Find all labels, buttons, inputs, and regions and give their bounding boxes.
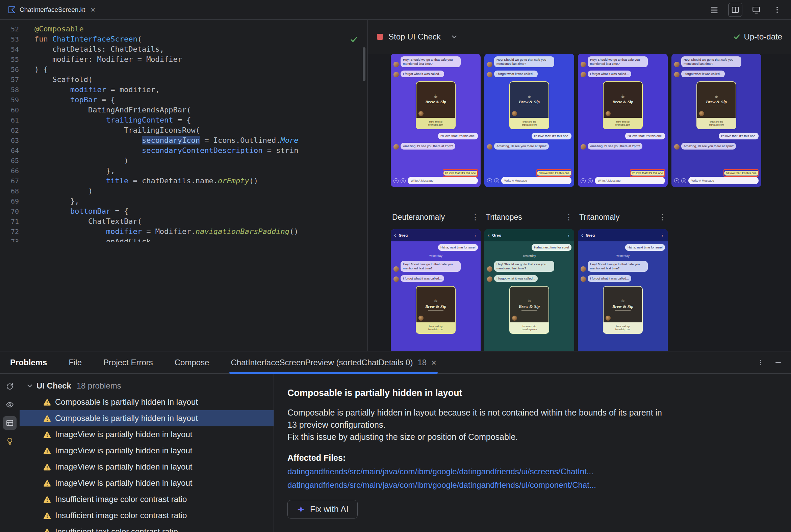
structure-icon[interactable] (707, 3, 721, 17)
problems-tab[interactable]: Compose (174, 352, 209, 373)
code-line[interactable]: 60 DatingAndFriendsAppBar( (0, 105, 367, 115)
code-line[interactable]: 61 trailingContent = { (0, 115, 367, 125)
code-text: modifier = modifier, (19, 85, 160, 95)
problem-item[interactable]: Composable is partially hidden in layout (20, 394, 274, 410)
affected-file-link[interactable]: datingandfriends/src/main/java/com/ibm/g… (288, 480, 777, 490)
avatar (393, 72, 399, 77)
lightbulb-icon[interactable] (3, 434, 17, 448)
code-editor[interactable]: 52@Composable53fun ChatInterfaceScreen(5… (0, 20, 368, 351)
card-line2: brew&sip.com (615, 124, 630, 126)
fix-with-ai-button[interactable]: Fix with AI (288, 500, 358, 518)
card-line2: brew&sip.com (615, 328, 630, 331)
chevron-down-icon[interactable] (451, 33, 458, 40)
code-line[interactable]: 68 ) (0, 186, 367, 196)
file-tab[interactable]: ChatInterfaceScreen.kt × (0, 0, 102, 19)
code-line[interactable]: 71 ChatTextBar( (0, 216, 367, 227)
close-tab-icon[interactable]: × (431, 358, 436, 367)
code-line[interactable]: 63 secondaryIcon = Icons.Outlined.More (0, 135, 367, 146)
code-line[interactable]: 56) { (0, 64, 367, 75)
preview-phone[interactable]: ‹Greg⋮Haha, next time for sure!Yesterday… (484, 229, 574, 351)
code-line[interactable]: 52@Composable (0, 24, 367, 34)
code-line[interactable]: 66 }, (0, 166, 367, 176)
layout-error-highlight: I'd love that! It's this one. (443, 169, 478, 177)
inspections-ok-icon[interactable] (350, 35, 358, 45)
code-line[interactable]: 65 ) (0, 156, 367, 166)
preview-phone[interactable]: Hey! Should we go to that cafe you menti… (484, 54, 574, 187)
preview-canvas[interactable]: Hey! Should we go to that cafe you menti… (368, 54, 791, 351)
code-line[interactable]: 54 chatDetails: ChatDetails, (0, 44, 367, 54)
code-line[interactable]: 55 modifier: Modifier = Modifier (0, 54, 367, 64)
card-line2: brew&sip.com (428, 124, 443, 126)
problems-tab[interactable]: ChatInterfaceScreenPreview (sortedChatDe… (231, 352, 436, 373)
line-number: 73 (0, 236, 19, 242)
more-options-icon[interactable]: ⋮ (471, 212, 479, 222)
code-line[interactable]: 57 Scaffold( (0, 75, 367, 85)
editor-scrollbar[interactable] (363, 47, 365, 81)
minimize-icon[interactable] (774, 359, 782, 366)
code-line[interactable]: 67 title = chatDetails.name.orEmpty() (0, 176, 367, 186)
tab-label: File (69, 358, 82, 367)
split-editor-icon[interactable] (728, 3, 742, 17)
add-attachment-icon: + (674, 178, 679, 183)
code-text: bottomBar = { (19, 206, 128, 216)
code-line[interactable]: 58 modifier = modifier, (0, 85, 367, 95)
chevron-down-icon[interactable] (26, 382, 33, 389)
card-line1: brew and sip (522, 325, 536, 328)
chat-body: Haha, next time for sure!YesterdayHey! S… (484, 241, 574, 351)
preview-phone[interactable]: ‹Greg⋮Haha, next time for sure!Yesterday… (578, 229, 668, 351)
more-vertical-icon[interactable] (757, 359, 765, 366)
ui-check-group-row[interactable]: UI Check 18 problems (20, 378, 274, 394)
close-tab-icon[interactable]: × (91, 6, 95, 14)
preview-phone[interactable]: Hey! Should we go to that cafe you menti… (672, 54, 761, 187)
code-line[interactable]: 69 }, (0, 196, 367, 206)
code-line[interactable]: 72 modifier = Modifier.navigationBarsPad… (0, 227, 367, 236)
problems-tab[interactable]: File (69, 352, 82, 373)
problem-item[interactable]: Insufficient image color contrast ratio (20, 507, 274, 524)
card-line2: brew&sip.com (709, 124, 724, 126)
code-line[interactable]: 59 topBar = { (0, 95, 367, 105)
code-text: trailingContent = { (19, 115, 191, 125)
chat-message-received: Hey! Should we go to that cafe you menti… (487, 56, 571, 67)
more-options-icon[interactable]: ⋮ (565, 212, 573, 222)
more-vertical-icon[interactable] (770, 3, 784, 17)
refresh-icon[interactable] (3, 380, 17, 393)
emoji-icon: ☺ (401, 178, 406, 183)
more-options-icon[interactable]: ⋮ (658, 212, 666, 222)
problem-item[interactable]: Insufficient text color contrast ratio (20, 524, 274, 532)
problem-item[interactable]: Insufficient image color contrast ratio (20, 491, 274, 507)
timestamp: Yesterday (487, 254, 571, 258)
code-line[interactable]: 64 secondaryContentDescription = strin (0, 146, 367, 156)
message-input-bar: +☺Write A Message (674, 177, 758, 184)
problem-item[interactable]: ImageView is partially hidden in layout (20, 459, 274, 475)
chat-bubble: I'd love that! It's this one. (625, 133, 665, 139)
code-line[interactable]: 73 onAddClick (0, 236, 367, 242)
affected-file-link[interactable]: datingandfriends/src/main/java/com/ibm/g… (288, 467, 777, 476)
code-line[interactable]: 70 bottomBar = { (0, 206, 367, 216)
avatar (487, 62, 493, 67)
problems-tab[interactable]: Project Errors (103, 352, 153, 373)
line-number: 65 (0, 156, 19, 166)
device-preview-icon[interactable] (749, 3, 763, 17)
warning-icon (43, 447, 51, 455)
problem-item[interactable]: ImageView is partially hidden in layout (20, 442, 274, 459)
code-line[interactable]: 53fun ChatInterfaceScreen( (0, 34, 367, 44)
show-details-icon[interactable] (3, 416, 17, 430)
preview-phone[interactable]: Hey! Should we go to that cafe you menti… (578, 54, 668, 187)
code-line[interactable]: 62 TrailingIconsRow( (0, 125, 367, 135)
line-number: 68 (0, 186, 19, 196)
problem-item[interactable]: Composable is partially hidden in layout (20, 410, 274, 426)
preview-eye-icon[interactable] (3, 398, 17, 412)
preview-phone[interactable]: ‹Greg⋮Haha, next time for sure!Yesterday… (391, 229, 481, 351)
brew-sip-caption: brew and sipbrew&sip.com (604, 322, 642, 333)
problem-item[interactable]: ImageView is partially hidden in layout (20, 475, 274, 491)
brew-sip-caption: brew and sipbrew&sip.com (417, 118, 455, 129)
problem-item[interactable]: ImageView is partially hidden in layout (20, 426, 274, 442)
chat-message-received: Hey! Should we go to that cafe you menti… (393, 56, 478, 67)
problems-tab[interactable]: Problems (10, 352, 47, 373)
coffee-cup-icon: ☕ (527, 94, 531, 98)
stop-icon[interactable] (377, 34, 383, 40)
preview-phone[interactable]: Hey! Should we go to that cafe you menti… (391, 54, 481, 187)
stop-ui-check-button[interactable]: Stop UI Check (388, 32, 441, 41)
avatar (674, 72, 680, 77)
line-number: 59 (0, 95, 19, 105)
